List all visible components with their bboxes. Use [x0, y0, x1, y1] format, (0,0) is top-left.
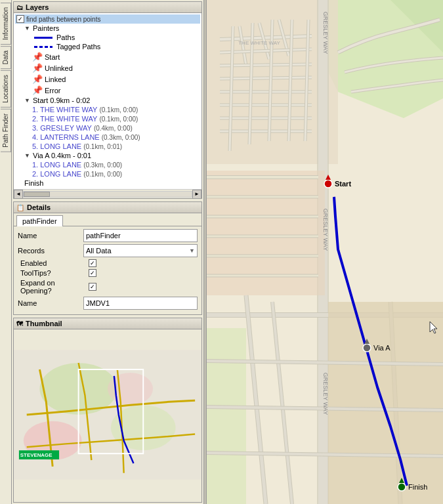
tagged-paths-label: Tagged Paths [56, 43, 100, 51]
details-form: Name Records All Data ▼ Enabled [14, 226, 201, 314]
route-item-3[interactable]: 3. GRESLEY WAY (0.4km, 0:00) [15, 123, 200, 133]
unlinked-pin-icon: 📌 [32, 63, 43, 73]
left-content: 🗂 Layers find paths between points ▼ Pai… [12, 0, 203, 504]
main-map: GRESLEY WAY GRESLEY WAY GRESLEY WAY THE … [207, 0, 443, 504]
scroll-left[interactable]: ◄ [14, 190, 23, 199]
via-item-2[interactable]: 2. LONG LANE (0.1km, 0:00) [15, 169, 200, 178]
tab-information[interactable]: Information [1, 3, 11, 45]
map-panel[interactable]: GRESLEY WAY GRESLEY WAY GRESLEY WAY THE … [207, 0, 443, 504]
route-start-row[interactable]: ▼ Start 0.9km - 0:02 [15, 96, 200, 105]
paths-row[interactable]: Paths [15, 33, 200, 42]
via-item-2-label: 2. LONG LANE [32, 170, 81, 178]
expand-icon: ▼ [24, 25, 31, 32]
via-item-1-label: 1. LONG LANE [32, 161, 81, 169]
via-item-2-detail: (0.1km, 0:00) [83, 171, 122, 178]
route-via-row[interactable]: ▼ Via A 0.4km - 0:01 [15, 151, 200, 160]
main-layer-label: find paths between points [26, 16, 100, 23]
records-select[interactable]: All Data ▼ [83, 244, 198, 257]
route-item-4[interactable]: 4. LANTERNS LANE (0.3km, 0:00) [15, 133, 200, 142]
via-item-1[interactable]: 1. LONG LANE (0.3km, 0:00) [15, 160, 200, 169]
details-title: 📋 Details [14, 202, 201, 213]
name2-label: Name [18, 299, 83, 307]
form-row-name: Name [18, 229, 198, 242]
tab-data[interactable]: Data [1, 46, 11, 69]
tagged-paths-row[interactable]: Tagged Paths [15, 42, 200, 51]
paths-label: Paths [56, 33, 75, 41]
paths-line-icon [34, 37, 53, 39]
layers-panel: 🗂 Layers find paths between points ▼ Pai… [13, 1, 202, 199]
name2-input[interactable] [83, 297, 198, 310]
error-pin-label: Error [45, 87, 60, 94]
route-item-3-label: 3. GRESLEY WAY [32, 124, 92, 132]
tooltips-checkbox[interactable] [89, 269, 96, 277]
form-row-expand: Expand on Opening? [18, 279, 198, 295]
records-dropdown-arrow: ▼ [189, 247, 195, 254]
route-via-label: Via A 0.4km - 0:01 [33, 152, 91, 159]
route-item-4-label: 4. LANTERNS LANE [32, 133, 100, 141]
tab-pathfinder[interactable]: Path Finder [1, 109, 11, 152]
svg-text:STEVENAGE: STEVENAGE [20, 452, 53, 458]
thumbnail-icon: 🗺 [16, 320, 23, 327]
layers-icon: 🗂 [16, 4, 23, 11]
details-panel: 📋 Details pathFinder Name Records [13, 201, 202, 315]
unlinked-pin-row[interactable]: 📌 Unlinked [15, 62, 200, 74]
route-item-1-label: 1. THE WHITE WAY [32, 106, 97, 114]
name-label: Name [18, 232, 83, 240]
route-item-2-label: 2. THE WHITE WAY [32, 115, 97, 123]
route-item-3-detail: (0.4km, 0:00) [94, 125, 133, 132]
h-scrollbar-thumb[interactable] [24, 192, 50, 197]
main-layer-checkbox[interactable] [16, 15, 24, 23]
unlinked-pin-label: Unlinked [45, 64, 73, 72]
details-tab-bar: pathFinder [14, 213, 201, 226]
thumbnail-body[interactable]: STEVENAGE [14, 329, 201, 500]
route-item-2-detail: (0.1km, 0:00) [99, 116, 138, 123]
thumbnail-title-text: Thumbnail [26, 320, 62, 327]
main-layer-row[interactable]: find paths between points [15, 14, 200, 24]
painters-row[interactable]: ▼ Painters [15, 24, 200, 33]
start-pin-label: Start [45, 53, 60, 61]
linked-pin-icon: 📌 [32, 74, 43, 84]
via-item-1-detail: (0.3km, 0:00) [83, 161, 122, 169]
name-input[interactable] [83, 229, 198, 242]
svg-text:Start: Start [335, 180, 351, 188]
thumbnail-title: 🗺 Thumbnail [14, 318, 201, 329]
records-value: All Data [86, 247, 189, 255]
linked-pin-row[interactable]: 📌 Linked [15, 74, 200, 85]
expand-label: Expand on Opening? [20, 279, 86, 295]
tagged-paths-line-icon [34, 46, 53, 48]
thumbnail-panel: 🗺 Thumbnail [13, 318, 202, 503]
route-start-label: Start 0.9km - 0:02 [33, 96, 90, 104]
svg-point-23 [398, 483, 406, 491]
painters-label: Painters [33, 24, 59, 32]
finish-row[interactable]: Finish [15, 178, 200, 188]
finish-label: Finish [24, 179, 43, 187]
form-row-records: Records All Data ▼ [18, 244, 198, 257]
scroll-right[interactable]: ► [192, 190, 201, 199]
route-item-4-detail: (0.3km, 0:00) [102, 134, 140, 141]
enabled-checkbox[interactable] [89, 259, 96, 267]
svg-point-20 [363, 344, 371, 352]
route-item-5[interactable]: 5. LONG LANE (0.1km, 0:01) [15, 142, 200, 151]
svg-text:GRESLEY WAY: GRESLEY WAY [322, 12, 329, 54]
start-pin-icon: 📌 [32, 52, 43, 62]
route-item-2[interactable]: 2. THE WHITE WAY (0.1km, 0:00) [15, 114, 200, 123]
route-start-expand: ▼ [24, 97, 31, 104]
route-via-expand: ▼ [24, 152, 31, 159]
thumbnail-map: STEVENAGE [14, 329, 201, 500]
tab-locations[interactable]: Locations [1, 70, 11, 108]
layers-scroll[interactable]: find paths between points ▼ Painters Pat… [14, 13, 201, 189]
start-pin-row[interactable]: 📌 Start [15, 51, 200, 62]
vertical-tabs: Information Data Locations Path Finder [0, 0, 12, 504]
error-pin-row[interactable]: 📌 Error [15, 85, 200, 96]
route-item-1[interactable]: 1. THE WHITE WAY (0.1km, 0:00) [15, 105, 200, 114]
expand-checkbox[interactable] [89, 283, 96, 291]
layers-title: 🗂 Layers [14, 2, 201, 13]
svg-text:Via A: Via A [373, 344, 390, 352]
details-icon: 📋 [16, 204, 24, 211]
left-panel: Information Data Locations Path Finder 🗂… [0, 0, 203, 504]
linked-pin-label: Linked [45, 75, 66, 83]
h-scrollbar[interactable] [23, 191, 192, 198]
details-tab-pathfinder[interactable]: pathFinder [16, 215, 63, 226]
records-label: Records [18, 247, 83, 255]
form-row-tooltips: ToolTips? [18, 269, 198, 277]
